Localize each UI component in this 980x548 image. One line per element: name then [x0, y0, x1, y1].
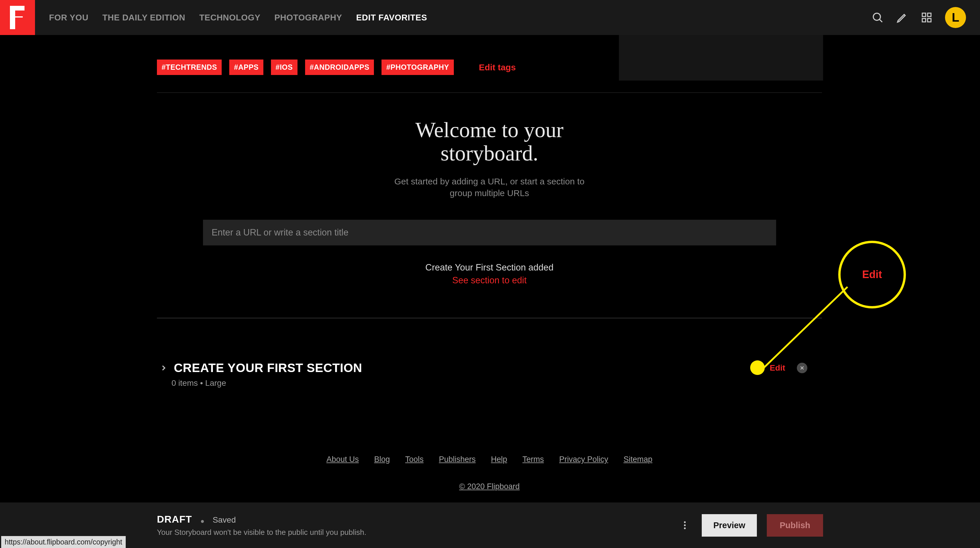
svg-point-9	[684, 524, 686, 526]
edit-tags-link[interactable]: Edit tags	[479, 62, 516, 72]
welcome-title: Welcome to your storyboard.	[157, 118, 822, 165]
tag-apps[interactable]: #APPS	[229, 59, 263, 75]
section-title: CREATE YOUR FIRST SECTION	[174, 361, 362, 375]
welcome-title-line1: Welcome to your	[415, 118, 563, 142]
nav-technology[interactable]: TECHNOLOGY	[199, 13, 261, 22]
svg-point-0	[873, 13, 881, 21]
tag-ios[interactable]: #IOS	[271, 59, 298, 75]
search-icon[interactable]	[872, 11, 884, 24]
app-header: FOR YOU THE DAILY EDITION TECHNOLOGY PHO…	[0, 0, 980, 35]
welcome-subtitle: Get started by adding a URL, or start a …	[157, 176, 822, 199]
saved-label: Saved	[213, 515, 235, 524]
nav-edit-favorites[interactable]: EDIT FAVORITES	[356, 13, 427, 22]
footer-links: About Us Blog Tools Publishers Help Term…	[157, 455, 822, 464]
tag-techtrends[interactable]: #TECHTRENDS	[157, 59, 222, 75]
welcome-block: Welcome to your storyboard. Get started …	[157, 93, 822, 199]
copyright-link[interactable]: © 2020 Flipboard	[459, 482, 520, 491]
top-nav: FOR YOU THE DAILY EDITION TECHNOLOGY PHO…	[49, 13, 427, 22]
footer-sitemap[interactable]: Sitemap	[624, 455, 652, 464]
section-delete-button[interactable]	[797, 363, 807, 373]
tag-photography[interactable]: #PHOTOGRAPHY	[382, 59, 453, 75]
dot-separator	[201, 520, 204, 523]
section-added-message: Create Your First Section added See sect…	[157, 262, 822, 286]
welcome-sub-line1: Get started by adding a URL, or start a …	[395, 177, 584, 186]
footer-blog[interactable]: Blog	[374, 455, 390, 464]
bottom-bar: DRAFT Saved Your Storyboard won't be vis…	[0, 502, 980, 548]
draft-subtitle: Your Storyboard won't be visible to the …	[157, 528, 366, 537]
svg-line-1	[880, 19, 882, 22]
tags-row: #TECHTRENDS #APPS #IOS #ANDROIDAPPS #PHO…	[157, 35, 822, 92]
welcome-title-line2: storyboard.	[441, 141, 538, 165]
footer-tools[interactable]: Tools	[405, 455, 423, 464]
tag-androidapps[interactable]: #ANDROIDAPPS	[305, 59, 374, 75]
svg-rect-5	[928, 18, 931, 22]
flipboard-logo[interactable]	[0, 0, 35, 35]
avatar[interactable]: L	[945, 7, 966, 28]
chevron-right-icon[interactable]	[159, 363, 168, 372]
nav-daily-edition[interactable]: THE DAILY EDITION	[102, 13, 185, 22]
section-added-text: Create Your First Section added	[157, 262, 822, 273]
footer-about[interactable]: About Us	[326, 455, 359, 464]
nav-photography[interactable]: PHOTOGRAPHY	[274, 13, 342, 22]
welcome-sub-line2: group multiple URLs	[450, 188, 529, 198]
divider-mid	[157, 318, 822, 319]
svg-point-8	[684, 521, 686, 523]
more-menu-icon[interactable]	[678, 518, 692, 532]
svg-rect-2	[922, 13, 926, 17]
section-meta: 0 items • Large	[172, 379, 822, 388]
see-section-link[interactable]: See section to edit	[157, 275, 822, 286]
footer-privacy[interactable]: Privacy Policy	[559, 455, 608, 464]
preview-button[interactable]: Preview	[702, 514, 757, 537]
nav-for-you[interactable]: FOR YOU	[49, 13, 88, 22]
publish-button[interactable]: Publish	[767, 514, 823, 537]
svg-point-10	[684, 527, 686, 529]
svg-rect-4	[922, 18, 926, 22]
section-row: CREATE YOUR FIRST SECTION Edit	[157, 361, 822, 375]
draft-label: DRAFT	[157, 514, 192, 525]
compose-icon[interactable]	[896, 11, 908, 24]
footer-terms[interactable]: Terms	[522, 455, 544, 464]
flipboard-logo-icon	[9, 6, 26, 29]
svg-rect-3	[928, 13, 931, 17]
main-content: #TECHTRENDS #APPS #IOS #ANDROIDAPPS #PHO…	[157, 35, 822, 491]
section-edit-link[interactable]: Edit	[770, 363, 785, 373]
footer-publishers[interactable]: Publishers	[439, 455, 476, 464]
url-input[interactable]	[203, 220, 776, 245]
copyright: © 2020 Flipboard	[157, 482, 822, 491]
grid-icon[interactable]	[921, 11, 933, 24]
footer-help[interactable]: Help	[491, 455, 507, 464]
status-url-tooltip: https://about.flipboard.com/copyright	[1, 536, 126, 548]
